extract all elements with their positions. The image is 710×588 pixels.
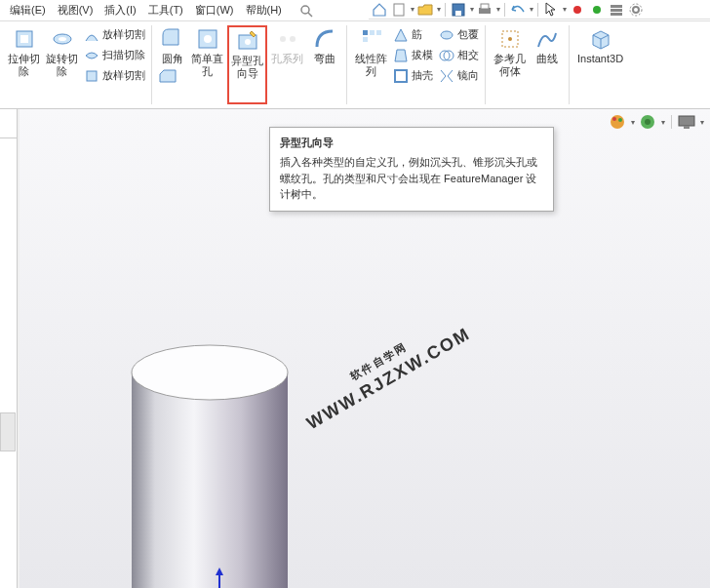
- appearance-icon[interactable]: [609, 113, 626, 131]
- tooltip-title: 异型孔向导: [280, 136, 543, 150]
- svg-point-12: [633, 7, 639, 13]
- open-icon[interactable]: [416, 2, 434, 18]
- sidebar-handle[interactable]: [0, 412, 16, 451]
- undo-icon[interactable]: [509, 2, 527, 18]
- home-icon[interactable]: [371, 2, 388, 18]
- hole-wizard-button[interactable]: 异型孔 向导: [227, 25, 267, 104]
- menu-edit[interactable]: 编辑(E): [4, 3, 52, 18]
- svg-rect-15: [20, 35, 28, 43]
- svg-point-8: [593, 6, 601, 14]
- save-icon[interactable]: [450, 2, 467, 18]
- cylinder-model[interactable]: [127, 343, 293, 588]
- fillet-label: 圆角: [162, 53, 183, 65]
- rib-button[interactable]: 筋: [391, 25, 435, 45]
- linear-pattern-label: 线性阵 列: [355, 53, 387, 78]
- display-icon[interactable]: [678, 115, 695, 129]
- svg-rect-2: [394, 4, 404, 16]
- watermark: 软件自学网 WWW.RJZXW.COM: [296, 309, 476, 436]
- svg-rect-49: [684, 126, 690, 129]
- revolve-cut-button[interactable]: 旋转切 除: [44, 25, 80, 104]
- boundary-cut-button[interactable]: 放样切割: [82, 66, 147, 86]
- svg-rect-28: [363, 37, 368, 42]
- tooltip-body: 插入各种类型的自定义孔，例如沉头孔、锥形沉头孔或螺纹孔。孔的类型和尺寸会出现在 …: [280, 154, 543, 203]
- appearance-palette: ▾ ▾ ▾: [609, 113, 704, 131]
- curves-label: 曲线: [536, 53, 558, 65]
- svg-rect-4: [455, 11, 461, 16]
- menu-help[interactable]: 帮助(H): [240, 3, 288, 18]
- ref-geom-button[interactable]: 参考几 何体: [492, 25, 528, 104]
- ref-geom-label: 参考几 何体: [493, 53, 526, 78]
- scene-icon[interactable]: [639, 113, 656, 131]
- quick-toolbar: ▾ ▾ ▾ ▾ ▾ ▾: [369, 0, 710, 20]
- rec-red-icon[interactable]: [569, 2, 586, 18]
- svg-point-17: [59, 37, 66, 41]
- print-icon[interactable]: [476, 2, 493, 18]
- mirror-button[interactable]: 镜向: [437, 66, 481, 86]
- svg-point-30: [441, 31, 453, 39]
- svg-rect-9: [611, 5, 622, 8]
- svg-rect-18: [87, 71, 97, 81]
- menu-insert[interactable]: 插入(I): [99, 3, 141, 18]
- svg-point-37: [132, 345, 288, 400]
- svg-point-23: [280, 36, 286, 42]
- svg-line-1: [308, 13, 312, 17]
- instant3d-label: Instant3D: [577, 53, 623, 65]
- origin-triad: [205, 568, 254, 588]
- shell-button[interactable]: 抽壳: [391, 66, 435, 86]
- menu-view[interactable]: 视图(V): [52, 3, 99, 18]
- svg-rect-10: [611, 9, 622, 12]
- new-icon[interactable]: [390, 2, 408, 18]
- extrude-cut-label: 拉伸切 除: [8, 53, 40, 78]
- left-sidebar: [0, 109, 18, 588]
- svg-rect-48: [679, 116, 694, 126]
- bend-button[interactable]: 弯曲: [307, 25, 342, 104]
- svg-rect-35: [132, 372, 288, 588]
- svg-point-24: [290, 36, 296, 42]
- menu-window[interactable]: 窗口(W): [189, 3, 240, 18]
- svg-rect-6: [481, 4, 489, 9]
- select-icon[interactable]: [542, 2, 560, 18]
- tooltip: 异型孔向导 插入各种类型的自定义孔，例如沉头孔、锥形沉头孔或螺纹孔。孔的类型和尺…: [269, 127, 554, 212]
- svg-point-45: [618, 118, 622, 122]
- ribbon: 拉伸切 除 旋转切 除 放样切割 扫描切除 放样切割 圆角 简单直 孔 异型孔 …: [0, 21, 710, 109]
- linear-pattern-button[interactable]: 线性阵 列: [353, 25, 389, 104]
- svg-point-0: [301, 6, 309, 14]
- bend-label: 弯曲: [314, 53, 335, 65]
- fillet-button[interactable]: 圆角: [158, 25, 187, 67]
- curves-button[interactable]: 曲线: [530, 25, 565, 104]
- extrude-cut-button[interactable]: 拉伸切 除: [6, 25, 42, 104]
- simple-hole-button[interactable]: 简单直 孔: [189, 25, 225, 104]
- hole-series-label: 孔系列: [271, 53, 303, 65]
- svg-point-7: [573, 6, 581, 14]
- svg-marker-39: [216, 568, 223, 575]
- svg-point-22: [245, 39, 251, 45]
- svg-point-34: [508, 37, 512, 41]
- search-icon[interactable]: [294, 4, 319, 18]
- instant3d-button[interactable]: Instant3D: [575, 25, 625, 104]
- menu-tools[interactable]: 工具(T): [142, 3, 189, 18]
- rec-green-icon[interactable]: [588, 2, 606, 18]
- wrap-button[interactable]: 包覆: [437, 25, 481, 45]
- svg-rect-29: [395, 70, 407, 82]
- hole-series-button[interactable]: 孔系列: [269, 25, 305, 104]
- svg-rect-25: [363, 30, 368, 35]
- options-icon[interactable]: [608, 2, 625, 18]
- loft-cut-button[interactable]: 放样切割: [82, 25, 147, 45]
- hole-wizard-label: 异型孔 向导: [231, 55, 263, 80]
- intersect-button[interactable]: 相交: [437, 46, 481, 65]
- draft-button[interactable]: 拔模: [391, 46, 435, 65]
- svg-point-43: [611, 115, 624, 129]
- chamfer-icon[interactable]: [158, 68, 178, 84]
- revolve-cut-label: 旋转切 除: [46, 53, 78, 78]
- simple-hole-label: 简单直 孔: [191, 53, 223, 78]
- sweep-cut-button[interactable]: 扫描切除: [82, 46, 147, 65]
- settings-icon[interactable]: [627, 2, 645, 18]
- svg-point-47: [645, 119, 651, 125]
- svg-point-13: [630, 4, 642, 16]
- svg-rect-27: [376, 30, 381, 35]
- svg-rect-26: [370, 30, 375, 35]
- svg-point-20: [204, 35, 212, 43]
- svg-point-44: [612, 117, 616, 121]
- svg-rect-11: [611, 13, 622, 16]
